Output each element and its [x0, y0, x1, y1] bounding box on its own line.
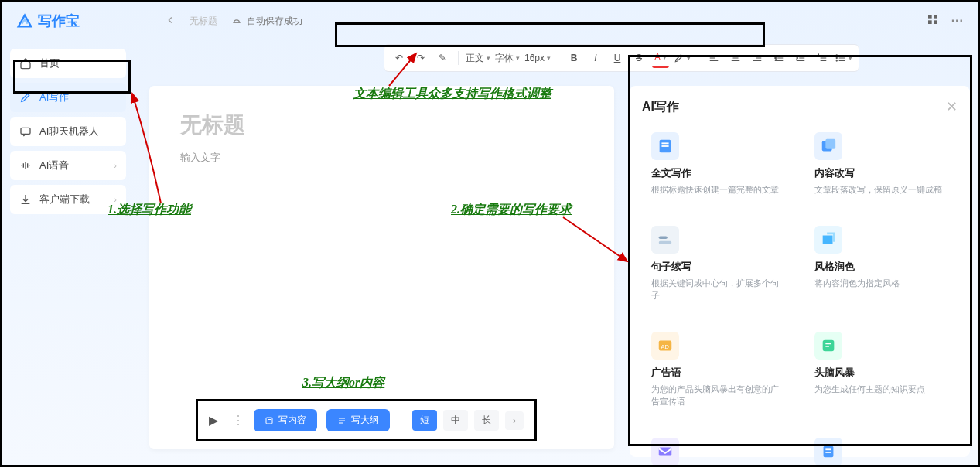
continue-icon	[651, 226, 679, 254]
write-content-button[interactable]: 写内容	[254, 409, 317, 431]
text-mode-select[interactable]: 正文	[466, 48, 490, 68]
grid-view-icon[interactable]	[927, 13, 939, 29]
length-short[interactable]: 短	[412, 410, 437, 431]
length-next[interactable]: ›	[505, 411, 524, 430]
close-icon[interactable]: ✕	[946, 98, 958, 115]
align-left-button[interactable]	[705, 48, 722, 68]
svg-point-6	[836, 55, 837, 56]
autosave-status: 自动保存成功	[231, 15, 302, 28]
ai-write-panel: AI写作 ✕ 全文写作 根据标题快速创建一篇完整的文章 内容改写 文章段落改写，…	[630, 86, 970, 457]
sidebar-item-home[interactable]: 首页	[10, 49, 126, 78]
sidebar-item-label: AI写作	[39, 90, 69, 104]
home-icon	[19, 57, 32, 70]
ai-card-full-write[interactable]: 全文写作 根据标题快速创建一篇完整的文章	[642, 123, 794, 206]
svg-rect-1	[934, 15, 937, 19]
rewrite-icon	[814, 132, 842, 160]
align-right-button[interactable]	[749, 48, 766, 68]
format-painter-button[interactable]: ✎	[434, 48, 451, 68]
svg-text:AD: AD	[661, 343, 669, 349]
topbar: 写作宝 无标题 自动保存成功 ···	[2, 2, 978, 39]
font-size-select[interactable]: 16px	[524, 48, 551, 68]
svg-rect-12	[661, 145, 668, 147]
sidebar-item-label: AI语音	[39, 159, 69, 172]
compose-toolbar: ▶ ⋮ 写内容 写大纲 短 中 长 ›	[196, 399, 537, 441]
svg-point-7	[836, 57, 837, 58]
polish-icon	[814, 226, 842, 254]
download-icon	[19, 193, 32, 206]
text-color-button[interactable]: A	[652, 48, 669, 68]
svg-rect-4	[21, 128, 30, 134]
sidebar-item-label: 客户端下载	[39, 193, 90, 206]
list-icon	[814, 438, 842, 465]
title-input[interactable]: 无标题	[180, 111, 583, 140]
bold-button[interactable]: B	[565, 48, 582, 68]
svg-rect-11	[661, 142, 668, 144]
svg-text:1: 1	[818, 54, 819, 57]
indent-button[interactable]	[792, 48, 809, 68]
sidebar-item-ai-write[interactable]: AI写作	[10, 83, 126, 112]
editor-toolbar: ↶ ↷ ✎ 正文 字体 16px B I U S A 1	[384, 44, 859, 72]
editor-area[interactable]: 无标题 输入文字 ▶ ⋮ 写内容 写大纲 短 中 长 ›	[149, 86, 614, 449]
body-input[interactable]: 输入文字	[180, 151, 583, 165]
ai-card-continue[interactable]: 句子续写 根据关键词或中心句，扩展多个句子	[642, 216, 794, 312]
outdent-button[interactable]	[770, 48, 787, 68]
svg-rect-3	[934, 20, 937, 24]
chat-icon	[19, 125, 32, 138]
redo-button[interactable]: ↷	[412, 48, 429, 68]
svg-rect-15	[659, 236, 668, 239]
sidebar: 首页 AI写作 AI聊天机器人 AI语音 › 客户端下载 ›	[2, 39, 134, 465]
ai-card-extra-2[interactable]	[805, 428, 958, 468]
caret-icon: ▶	[209, 413, 218, 428]
sidebar-item-label: AI聊天机器人	[39, 124, 99, 138]
sidebar-item-ai-chat[interactable]: AI聊天机器人	[10, 117, 126, 146]
svg-rect-23	[825, 452, 831, 453]
sidebar-item-download[interactable]: 客户端下载 ›	[10, 185, 126, 214]
svg-rect-20	[659, 447, 672, 455]
chevron-right-icon: ›	[114, 161, 117, 170]
ai-card-ad[interactable]: AD 广告语 为您的产品头脑风暴出有创意的广告宣传语	[642, 322, 794, 418]
italic-button[interactable]: I	[587, 48, 604, 68]
more-menu-icon[interactable]: ···	[951, 14, 964, 28]
sidebar-item-label: 首页	[39, 56, 60, 70]
ai-card-polish[interactable]: 风格润色 将内容润色为指定风格	[805, 216, 958, 312]
align-center-button[interactable]	[727, 48, 744, 68]
doc-icon	[651, 132, 679, 160]
drag-handle-icon[interactable]: ⋮	[232, 413, 244, 428]
font-select[interactable]: 字体	[495, 48, 520, 68]
main: ↶ ↷ ✎ 正文 字体 16px B I U S A 1	[134, 39, 978, 465]
sidebar-item-ai-voice[interactable]: AI语音 ›	[10, 151, 126, 180]
length-long[interactable]: 长	[474, 410, 499, 431]
svg-rect-2	[928, 20, 932, 24]
top-right: ···	[927, 13, 964, 29]
back-button[interactable]	[165, 15, 176, 28]
ai-panel-title: AI写作	[642, 99, 679, 115]
length-medium[interactable]: 中	[443, 410, 468, 431]
ai-card-extra-1[interactable]	[642, 428, 794, 468]
svg-rect-0	[928, 15, 932, 19]
svg-rect-16	[659, 240, 672, 244]
app-logo: 写作宝	[16, 12, 80, 30]
ai-card-rewrite[interactable]: 内容改写 文章段落改写，保留原义一键成稿	[805, 123, 958, 206]
svg-rect-22	[825, 448, 831, 450]
unordered-list-button[interactable]	[835, 48, 852, 68]
ad-icon: AD	[651, 332, 679, 360]
mail-icon	[651, 438, 679, 465]
svg-point-8	[836, 60, 837, 61]
write-outline-button[interactable]: 写大纲	[326, 409, 390, 431]
ordered-list-button[interactable]: 1	[814, 48, 831, 68]
highlight-button[interactable]	[674, 48, 691, 68]
strike-button[interactable]: S	[630, 48, 647, 68]
top-mid: 无标题 自动保存成功	[165, 15, 302, 28]
app-name: 写作宝	[38, 12, 80, 30]
underline-button[interactable]: U	[609, 48, 626, 68]
undo-button[interactable]: ↶	[391, 48, 408, 68]
audio-icon	[19, 159, 32, 172]
svg-rect-14	[825, 139, 835, 149]
brainstorm-icon	[814, 332, 842, 360]
doc-title: 无标题	[190, 15, 217, 28]
chevron-right-icon: ›	[114, 195, 117, 204]
pencil-icon	[19, 91, 32, 104]
ai-card-brainstorm[interactable]: 头脑风暴 为您生成任何主题的知识要点	[805, 322, 958, 418]
